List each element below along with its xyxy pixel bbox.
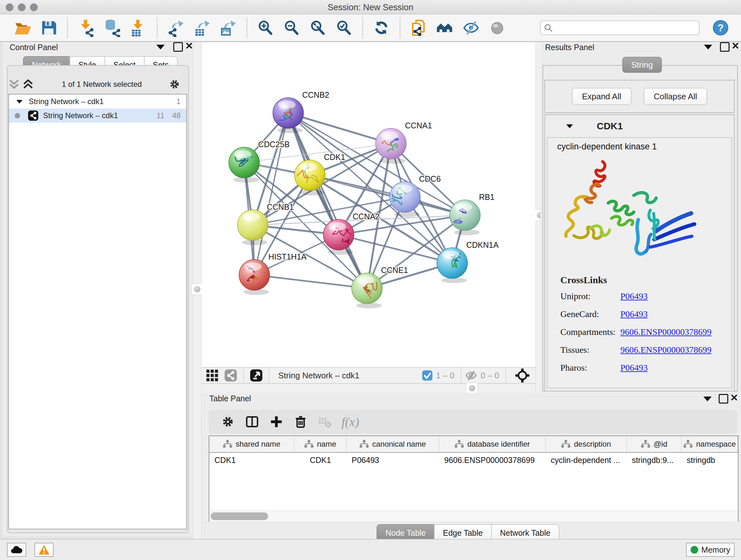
homes-icon[interactable] [436,18,454,37]
network-share-view-icon[interactable] [224,369,238,382]
table-h-scrollbar[interactable] [209,510,738,522]
column-header-canonical-name[interactable]: canonical name [347,436,439,452]
hidden-eye-slash-icon[interactable] [465,369,477,382]
node-table[interactable]: shared namenamecanonical namedatabase id… [209,435,738,522]
crosslink-link[interactable]: P06493 [620,363,648,373]
zoom-out-icon[interactable] [283,18,300,37]
table-options-gear-icon[interactable] [221,415,235,429]
collapse-all-button[interactable]: Collapse All [644,88,708,105]
cell-description[interactable]: cyclin-dependent ... [546,453,627,468]
expand-all-button[interactable]: Expand All [572,88,631,105]
cell-canonical-name[interactable]: P06493 [347,453,439,468]
table-h-scrollbar-thumb[interactable] [211,512,268,520]
memory-status-dot [690,546,698,554]
crosslink-row: Pharos:P06493 [560,363,711,373]
toolbar-separator [246,17,247,38]
table-panel-close-icon[interactable]: ✕ [730,394,738,401]
results-panel-float-icon[interactable] [704,45,712,50]
crosslink-link[interactable]: P06493 [620,291,648,301]
cell--id[interactable]: stringdb:9... [627,453,682,468]
network-node-RB1[interactable]: RB1 [450,192,495,235]
network-node-CCNA1[interactable]: CCNA1 [376,121,432,164]
open-session-icon[interactable] [14,18,31,37]
memory-button[interactable]: Memory [686,543,735,557]
protein-structure-image [555,156,704,264]
help-icon[interactable]: ? [712,19,729,36]
control-panel-close-icon[interactable]: ✕ [185,42,193,50]
network-node-CDC25B[interactable]: CDC25B [229,140,290,183]
horizontal-splitter-handle[interactable] [466,382,478,394]
collapse-all-icon[interactable] [8,79,20,90]
table-row[interactable]: CDK1CDK1P064939606.ENSP00000378699cyclin… [209,453,738,468]
column-header-namespace[interactable]: namespace [682,436,738,452]
results-panel: Results Panel ✕ String Expand All Collap… [541,42,741,393]
cell-name[interactable]: CDK1 [294,453,347,468]
string-network-icon [28,110,39,121]
results-panel-close-icon[interactable]: ✕ [731,42,739,50]
network-list: String Network – cdk1 1 String Network –… [8,94,187,530]
tab-string[interactable]: String [622,57,662,73]
crosslink-link[interactable]: 9606.ENSP00000378699 [620,327,711,337]
column-header--id[interactable]: @id [627,436,682,452]
collection-expand-icon[interactable] [16,100,23,103]
import-table-icon[interactable] [130,18,147,37]
cell-namespace[interactable]: stringdb [682,453,738,468]
gene-collapse-icon[interactable] [566,124,573,128]
toolbar-separator [362,17,363,38]
network-options-gear-icon[interactable] [169,78,181,90]
crosslink-link[interactable]: 9606.ENSP00000378699 [620,345,711,355]
delete-column-icon[interactable] [293,415,308,429]
expand-all-icon[interactable] [22,79,34,90]
control-panel: Control Panel ✕ NetworkStyleSelectSets 1… [3,42,193,537]
cell-shared-name[interactable]: CDK1 [209,453,294,468]
search-input[interactable] [555,23,696,33]
column-label: @id [654,440,667,449]
network-row-selected[interactable]: String Network – cdk1 11 48 [9,109,186,123]
string-document-icon[interactable] [410,18,427,37]
crosslink-link[interactable]: P06493 [620,309,648,319]
gene-section-header[interactable]: CDK1 [545,115,734,137]
zoom-in-icon[interactable] [257,18,274,37]
column-header-shared-name[interactable]: shared name [209,436,294,452]
network-collection-row[interactable]: String Network – cdk1 1 [9,95,186,109]
search-icon [544,23,553,32]
column-header-database-identifier[interactable]: database identifier [439,436,546,452]
network-node-CDKN1A[interactable]: CDKN1A [437,240,499,283]
network-canvas[interactable]: CCNB2 CCNA1 CDC25B CDK1 CDC6 RB1 [202,42,536,367]
results-panel-maximize-icon[interactable] [720,42,730,52]
cell-database-identifier[interactable]: 9606.ENSP00000378699 [439,453,546,468]
import-database-icon[interactable] [104,18,121,37]
fit-selected-crosshair-icon[interactable] [515,368,530,383]
column-header-description[interactable]: description [546,436,627,452]
import-network-icon[interactable] [77,18,95,37]
memory-label: Memory [701,545,730,555]
zoom-selected-icon[interactable] [335,18,353,37]
network-node-CCNB2[interactable]: CCNB2 [273,90,329,133]
grid-view-icon[interactable] [205,369,219,382]
refresh-icon[interactable] [373,18,390,37]
results-expand-bar: Expand All Collapse All [544,80,735,113]
warnings-button[interactable] [35,543,54,557]
crosslink-label: Compartments: [560,327,620,337]
network-node-HIST1H1A[interactable]: HIST1H1A [239,252,307,295]
control-panel-maximize-icon[interactable] [173,42,183,52]
search-box[interactable] [540,20,699,35]
control-panel-float-icon[interactable] [156,45,165,50]
save-session-icon[interactable] [40,18,57,37]
table-panel-float-icon[interactable] [703,396,712,401]
table-panel-maximize-icon[interactable] [719,394,728,403]
zoom-fit-icon[interactable] [309,18,327,37]
horizontal-splitter[interactable] [202,384,536,393]
export-network-icon[interactable] [167,18,185,37]
show-columns-icon[interactable] [245,415,259,429]
column-header-name[interactable]: name [294,436,347,452]
selected-nodes-checkbox-icon[interactable] [422,370,433,381]
export-image-icon[interactable] [219,18,237,37]
hide-unhide-icon[interactable] [462,18,480,37]
birds-eye-view-icon[interactable] [250,369,263,382]
add-column-icon[interactable] [269,415,283,429]
cloud-button[interactable] [7,543,26,557]
control-panel-title: Control Panel [10,43,58,52]
export-table-icon[interactable] [193,18,211,37]
left-splitter[interactable] [193,42,202,539]
